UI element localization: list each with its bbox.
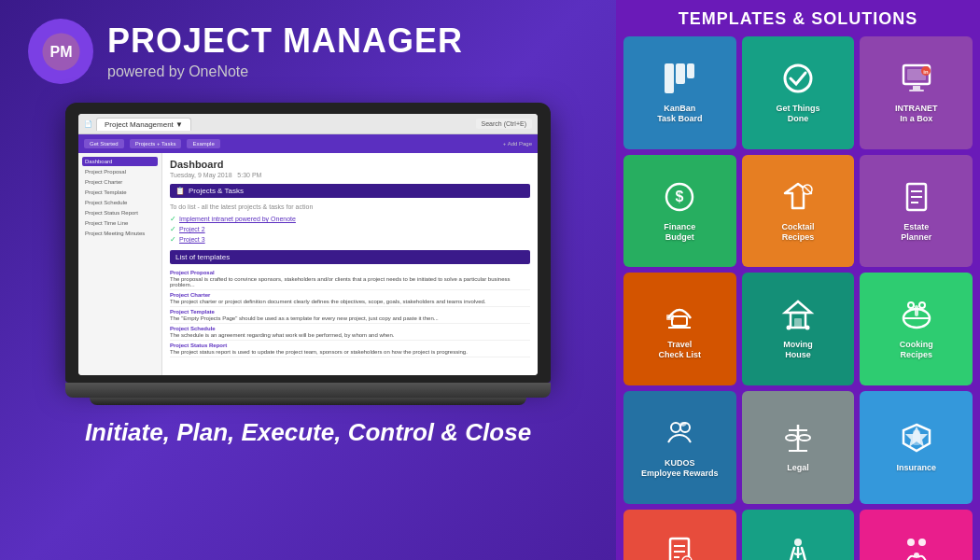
tile-family[interactable]: FamilyTree (860, 510, 973, 560)
tile-intranet[interactable]: in INTRANETIn a Box (860, 36, 973, 149)
left-header: PM Project Manager powered by OneNote (28, 19, 588, 84)
list-item-proposal: Project Proposal The proposal is crafted… (170, 268, 530, 290)
list-item-desc-schedule: The schedule is an agreement regarding w… (170, 332, 530, 338)
right-panel: Templates & Solutions KanBanTask Board G… (616, 0, 980, 560)
svg-rect-9 (909, 90, 924, 91)
tile-cocktail-label: CocktailRecipes (781, 222, 814, 243)
family-icon (900, 535, 933, 560)
task-label-1: Implement intranet powered by Onenote (179, 216, 296, 222)
list-item-desc-charter: The project charter or project definitio… (170, 299, 530, 304)
kudos-icon (663, 416, 696, 455)
toolbar-btn-example[interactable]: Example (187, 139, 219, 148)
left-panel: PM Project Manager powered by OneNote 📄 … (0, 0, 616, 560)
tile-legal-label: Legal (787, 463, 809, 473)
check-icon-2: ✓ (170, 225, 176, 233)
laptop-screen-outer: 📄 Project Management ▼ Search (Ctrl+E) G… (65, 103, 551, 383)
cooking-icon (900, 298, 933, 336)
screen-projects-section: 📋 Projects & Tasks (170, 184, 530, 198)
svg-rect-4 (687, 63, 694, 78)
sidebar-item-schedule[interactable]: Project Schedule (82, 198, 158, 207)
svg-rect-8 (913, 86, 920, 90)
laptop-foot (90, 398, 526, 405)
screen-topbar: 📄 Project Management ▼ Search (Ctrl+E) (78, 114, 538, 134)
screen-date: Tuesday, 9 May 2018 5:30 PM (170, 172, 530, 178)
tile-getthings-label: Get ThingsDone (776, 104, 819, 124)
sidebar-item-charter[interactable]: Project Charter (82, 177, 158, 187)
screen-subtitle: To do list - all the latest projects & t… (170, 203, 530, 210)
svg-point-52 (918, 539, 926, 546)
list-item-status: Project Status Report The project status… (170, 341, 530, 357)
logo: PM (28, 19, 93, 84)
svg-point-28 (805, 326, 809, 330)
cocktail-icon (781, 180, 815, 218)
tile-finance[interactable]: $ FinanceBudget (623, 155, 736, 268)
laptop-mockup: 📄 Project Management ▼ Search (Ctrl+E) G… (65, 103, 551, 405)
svg-text:$: $ (676, 189, 684, 204)
sidebar-item-proposal[interactable]: Project Proposal (82, 167, 158, 176)
list-item-desc-template: The "Empty Projects Page" should be used… (170, 315, 530, 321)
screen-body: Dashboard Project Proposal Project Chart… (78, 153, 538, 375)
svg-point-34 (671, 423, 680, 432)
toolbar-btn-projects[interactable]: Projects + Tasks (130, 139, 182, 148)
laptop-base (65, 383, 551, 398)
svg-rect-21 (672, 316, 687, 326)
intranet-icon: in (900, 62, 933, 100)
task-item-2[interactable]: ✓ Project 2 (170, 224, 530, 234)
sidebar-item-report[interactable]: Project Status Report (82, 208, 158, 217)
header-text: Project Manager powered by OneNote (107, 22, 463, 80)
projects-section-title: Projects & Tasks (189, 187, 244, 195)
sidebar-item-dashboard[interactable]: Dashboard (82, 157, 158, 166)
tile-estate[interactable]: EstatePlanner (860, 155, 973, 268)
screen-sidebar: Dashboard Project Proposal Project Chart… (78, 153, 162, 375)
tile-travel-label: TravelCheck List (659, 340, 702, 360)
right-title: Templates & Solutions (623, 9, 973, 29)
moving-icon (781, 298, 815, 336)
fitness-icon (781, 535, 815, 560)
list-item-title-proposal: Project Proposal (170, 270, 530, 275)
sidebar-item-template[interactable]: Project Template (82, 188, 158, 197)
tile-legal[interactable]: Legal (742, 391, 855, 504)
diary-icon: 📅 (663, 535, 696, 560)
task-label-3: Project 3 (179, 236, 205, 243)
tile-cocktail[interactable]: CocktailRecipes (742, 155, 855, 268)
tile-getthings[interactable]: Get ThingsDone (742, 36, 855, 149)
tile-travel[interactable]: TravelCheck List (623, 273, 736, 385)
toolbar-btn-getstarted[interactable]: Get Started (84, 139, 124, 148)
svg-point-32 (908, 302, 914, 308)
finance-icon: $ (663, 180, 696, 218)
sidebar-item-timeline[interactable]: Project Time Line (82, 218, 158, 228)
tile-fitness[interactable]: FitnessHealth (742, 510, 855, 560)
svg-point-39 (799, 435, 810, 441)
sidebar-item-minutes[interactable]: Project Meeting Minutes (82, 229, 158, 238)
check-icon-3: ✓ (170, 235, 176, 244)
screen-dashboard-title: Dashboard (170, 159, 530, 170)
screen-toolbar: Get Started Projects + Tasks Example + A… (78, 134, 538, 153)
tile-cooking[interactable]: CookingRecipes (860, 273, 973, 385)
list-item-schedule: Project Schedule The schedule is an agre… (170, 324, 530, 341)
tile-kanban[interactable]: KanBanTask Board (623, 36, 736, 149)
logo-icon: PM (40, 31, 82, 73)
tile-diary[interactable]: 📅 DiaryJournal (623, 510, 736, 560)
tile-finance-label: FinanceBudget (664, 222, 695, 243)
task-item-3[interactable]: ✓ Project 3 (170, 234, 530, 245)
tiles-grid: KanBanTask Board Get ThingsDone in (623, 36, 973, 560)
tile-moving[interactable]: MovingHouse (742, 273, 855, 385)
list-item-template: Project Template The "Empty Projects Pag… (170, 307, 530, 324)
tile-insurance[interactable]: Insurance (860, 391, 973, 504)
tile-kudos[interactable]: KUDOSEmployee Rewards (623, 391, 736, 504)
svg-text:in: in (923, 69, 929, 75)
check-icon-1: ✓ (170, 215, 176, 223)
svg-rect-31 (915, 305, 918, 316)
screen-tab-pm[interactable]: Project Management ▼ (96, 118, 191, 131)
travel-icon (663, 298, 696, 336)
tile-insurance-label: Insurance (896, 463, 936, 473)
task-item-1[interactable]: ✓ Implement intranet powered by Onenote (170, 214, 530, 224)
tile-estate-label: EstatePlanner (901, 222, 931, 243)
svg-text:PM: PM (49, 44, 72, 60)
svg-point-33 (919, 302, 925, 308)
list-item-desc-proposal: The proposal is crafted to convince spon… (170, 276, 530, 287)
list-item-charter: Project Charter The project charter or p… (170, 290, 530, 307)
list-item-title-status: Project Status Report (170, 343, 530, 348)
svg-point-38 (786, 435, 797, 441)
svg-point-5 (785, 65, 811, 91)
